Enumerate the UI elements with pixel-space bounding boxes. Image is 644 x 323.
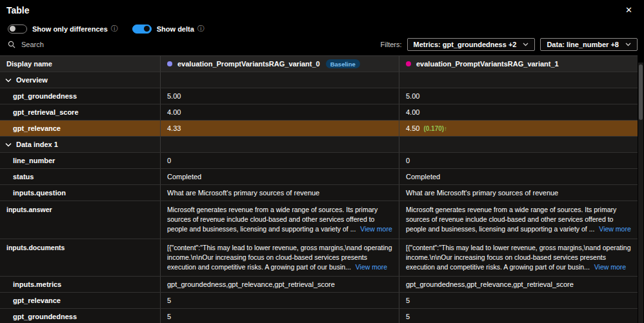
table-row[interactable]: status Completed Completed: [0, 169, 638, 185]
variant1-value-cell: [{"content":"This may lead to lower reve…: [399, 239, 638, 277]
table-row[interactable]: line_number 0 0: [0, 153, 638, 169]
variant0-value: What are Microsoft's primary sources of …: [160, 185, 399, 201]
variant0-color-dot-icon: [167, 61, 172, 66]
show-only-differences-toggle[interactable]: [8, 24, 27, 34]
table-header-row: Display name evaluation_PromptVariantsRA…: [0, 56, 638, 72]
chevron-down-icon[interactable]: [5, 142, 12, 147]
search-box: [8, 40, 162, 49]
search-filters-row: Filters: Metrics: gpt_groundedness +2 Da…: [0, 35, 644, 55]
view-more-link[interactable]: View more: [360, 225, 392, 233]
variant0-value: 4.00: [160, 104, 399, 120]
toolbar: Show only differences ⓘ Show delta ⓘ: [0, 18, 644, 35]
column-header-variant0: evaluation_PromptVariantsRAG_variant_0 B…: [160, 56, 399, 72]
data-filter-label: Data: line_number +8: [547, 41, 619, 48]
variant1-value-cell: 4.50 (0.170)↑: [399, 121, 638, 136]
variant0-value: gpt_groundedness,gpt_relevance,gpt_retri…: [160, 277, 399, 292]
variant1-value: 5: [399, 309, 638, 323]
chevron-down-icon: [523, 43, 528, 46]
info-icon[interactable]: ⓘ: [197, 24, 205, 34]
show-delta-label: Show delta: [157, 25, 194, 33]
row-label: gpt_relevance: [0, 121, 160, 136]
filters-label: Filters:: [381, 41, 402, 48]
variant0-value-cell: [{"content":"This may lead to lower reve…: [160, 239, 399, 277]
variant0-value-cell: Microsoft generates revenue from a wide …: [160, 201, 399, 239]
chevron-down-icon: [625, 43, 631, 46]
view-more-link[interactable]: View more: [599, 225, 630, 233]
table-row[interactable]: inputs.answer Microsoft generates revenu…: [0, 201, 638, 239]
show-delta-control: Show delta ⓘ: [132, 24, 205, 34]
metrics-filter-label: Metrics: gpt_groundedness +2: [414, 41, 517, 48]
toggle-knob: [10, 26, 15, 32]
variant0-value: Completed: [160, 169, 399, 184]
variant1-value: 5: [399, 293, 638, 308]
variant1-value: 5.00: [399, 88, 638, 104]
group-cell: Overview: [0, 72, 160, 88]
dialog-titlebar: Table ✕: [0, 0, 644, 18]
view-more-link[interactable]: View more: [356, 263, 387, 271]
variant1-value: 4.50: [406, 124, 419, 132]
table-row[interactable]: inputs.metrics gpt_groundedness,gpt_rele…: [0, 277, 638, 293]
variant1-value: What are Microsoft's primary sources of …: [399, 185, 638, 201]
variant1-name: evaluation_PromptVariantsRAG_variant_1: [416, 60, 559, 68]
group-row-overview[interactable]: Overview: [0, 72, 638, 88]
row-label: gpt_groundedness: [0, 88, 160, 104]
variant1-color-dot-icon: [406, 61, 411, 66]
group-row-data-index-1[interactable]: Data index 1: [0, 137, 638, 153]
show-only-differences-control: Show only differences ⓘ: [8, 24, 118, 34]
row-label: status: [0, 169, 160, 184]
view-more-link[interactable]: View more: [594, 263, 626, 271]
row-label: inputs.documents: [0, 239, 160, 277]
search-input[interactable]: [20, 40, 162, 49]
variant0-value: 0: [160, 153, 399, 168]
row-label: inputs.metrics: [0, 277, 160, 292]
variant0-value: 5: [160, 293, 399, 308]
toggle-knob: [144, 26, 150, 32]
row-label: line_number: [0, 153, 160, 168]
group-label: Overview: [16, 76, 48, 84]
delta-up-badge: (0.170)↑: [423, 125, 447, 132]
info-icon[interactable]: ⓘ: [111, 24, 118, 34]
group-label: Data index 1: [16, 141, 58, 148]
close-icon[interactable]: ✕: [623, 5, 635, 15]
variant1-value: Completed: [399, 169, 638, 184]
dialog-title: Table: [6, 5, 30, 15]
vertical-scrollbar[interactable]: [638, 63, 643, 323]
column-header-display-name: Display name: [0, 56, 160, 72]
metrics-filter-dropdown[interactable]: Metrics: gpt_groundedness +2: [407, 38, 536, 51]
filters: Filters: Metrics: gpt_groundedness +2 Da…: [381, 38, 638, 51]
column-header-variant1: evaluation_PromptVariantsRAG_variant_1: [399, 56, 638, 72]
variant1-value-cell: Microsoft generates revenue from a wide …: [399, 201, 638, 239]
show-delta-toggle[interactable]: [132, 24, 152, 34]
row-label: inputs.answer: [0, 201, 160, 239]
variant0-value: Microsoft generates revenue from a wide …: [167, 206, 377, 233]
variant1-value: 4.00: [399, 104, 638, 120]
group-cell: Data index 1: [0, 137, 160, 152]
table-row[interactable]: inputs.question What are Microsoft's pri…: [0, 185, 638, 201]
variant0-name: evaluation_PromptVariantsRAG_variant_0: [177, 60, 320, 68]
search-icon: [8, 41, 15, 48]
baseline-badge: Baseline: [326, 59, 360, 68]
table-row[interactable]: gpt_retrieval_score 4.00 4.00: [0, 104, 638, 121]
row-label: gpt_retrieval_score: [0, 104, 160, 120]
table-row-highlighted[interactable]: gpt_relevance 4.33 4.50 (0.170)↑: [0, 121, 638, 137]
chevron-down-icon[interactable]: [5, 78, 12, 83]
variant1-value: gpt_groundedness,gpt_relevance,gpt_retri…: [399, 277, 638, 292]
row-label: gpt_relevance: [0, 293, 160, 308]
table-row[interactable]: gpt_groundedness 5.00 5.00: [0, 88, 638, 104]
row-label: inputs.question: [0, 185, 160, 201]
comparison-table: Display name evaluation_PromptVariantsRA…: [0, 55, 638, 323]
row-label: gpt_groundedness: [0, 309, 160, 323]
table-row[interactable]: gpt_groundedness 5 5: [0, 309, 638, 323]
show-only-differences-label: Show only differences: [32, 25, 108, 33]
scrollbar-thumb[interactable]: [639, 64, 643, 120]
variant0-value: 5.00: [160, 88, 399, 104]
table-row[interactable]: gpt_relevance 5 5: [0, 293, 638, 309]
variant1-value: Microsoft generates revenue from a wide …: [406, 206, 616, 233]
data-filter-dropdown[interactable]: Data: line_number +8: [540, 38, 638, 51]
variant1-value: 0: [399, 153, 638, 168]
table-row[interactable]: inputs.documents [{"content":"This may l…: [0, 239, 638, 277]
variant0-value: 4.33: [160, 121, 399, 136]
variant0-value: 5: [160, 309, 399, 323]
